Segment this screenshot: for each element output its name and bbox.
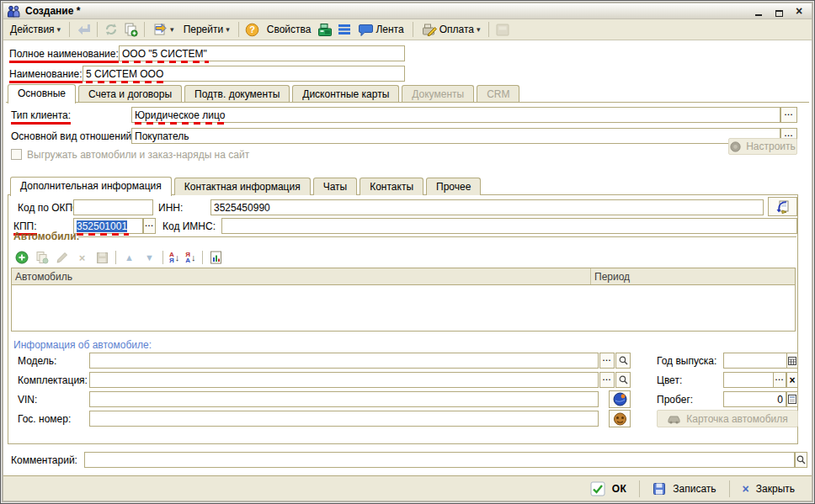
- cash-register-icon[interactable]: [317, 21, 333, 38]
- calculator-icon: [788, 395, 796, 404]
- disabled-tool-icon: [494, 21, 511, 38]
- import-icon: [75, 21, 92, 38]
- save-floppy-icon: [653, 482, 666, 496]
- payment-button[interactable]: Оплата ▾: [418, 21, 484, 38]
- tab-main[interactable]: Основные: [8, 84, 76, 103]
- relation-kind-label: Основной вид отношений:: [11, 130, 135, 142]
- full-name-field[interactable]: ООО "5 СИСТЕМ": [119, 45, 405, 61]
- maximize-button[interactable]: [773, 6, 785, 17]
- year-field[interactable]: [723, 353, 787, 369]
- color-select-button[interactable]: ...: [773, 372, 786, 388]
- cars-toolbar-separator: [202, 251, 203, 264]
- name-field[interactable]: 5 СИСТЕМ ООО: [83, 66, 405, 82]
- color-clear-button[interactable]: ×: [786, 372, 798, 388]
- plate-field[interactable]: [89, 411, 599, 427]
- feed-button[interactable]: Лента: [355, 22, 407, 38]
- tab-discount-cards[interactable]: Дисконтные карты: [292, 85, 399, 103]
- tab-accounts-contracts[interactable]: Счета и договоры: [78, 85, 182, 103]
- color-label: Цвет:: [657, 374, 682, 386]
- tab-crm: CRM: [477, 85, 519, 103]
- mileage-calculator-button[interactable]: [786, 391, 798, 407]
- go-to-object-button[interactable]: ▾: [150, 21, 178, 38]
- toolbar-separator: [69, 22, 70, 37]
- forward-arrow-icon: [153, 23, 168, 36]
- footer-bar: ОК Записать × Закрыть: [3, 475, 812, 501]
- search-icon: [619, 375, 628, 385]
- ok-button[interactable]: ОК: [585, 480, 632, 498]
- close-button[interactable]: ×: [793, 6, 805, 17]
- year-calendar-button[interactable]: [786, 353, 798, 369]
- client-type-label: Тип клиента:: [11, 109, 71, 125]
- footer-separator: [729, 480, 730, 497]
- car-icon: [667, 414, 681, 424]
- kpp-select-button[interactable]: ...: [143, 218, 156, 234]
- chevron-down-icon: ▾: [226, 25, 230, 34]
- year-label: Год выпуска:: [657, 355, 716, 367]
- list-icon[interactable]: [336, 21, 353, 38]
- inn-label: ИНН:: [158, 202, 183, 214]
- move-up-icon: ▲: [122, 251, 136, 265]
- report-icon[interactable]: [209, 251, 223, 265]
- create-client-window: Создание * × Действия ▾ ▾ Перейти: [0, 0, 815, 504]
- clients-people-icon: [7, 5, 20, 18]
- cars-table[interactable]: Автомобиль Период: [11, 268, 796, 332]
- vin-decode-button[interactable]: [609, 390, 631, 408]
- comment-field[interactable]: [84, 452, 795, 468]
- comment-search-button[interactable]: [795, 452, 807, 468]
- main-tab-strip: Основные Счета и договоры Подтв. докумен…: [8, 84, 522, 103]
- trim-field[interactable]: [89, 372, 599, 388]
- column-car[interactable]: Автомобиль: [12, 268, 591, 284]
- car-info-label: Информация об автомобиле:: [13, 339, 152, 351]
- mileage-field[interactable]: 0: [723, 391, 786, 407]
- model-search-button[interactable]: [615, 353, 631, 369]
- vin-label: VIN:: [18, 394, 37, 406]
- fill-by-inn-button[interactable]: [768, 197, 797, 216]
- comment-label: Комментарий:: [11, 454, 77, 466]
- mileage-label: Пробег:: [657, 394, 693, 406]
- imns-field[interactable]: [221, 218, 797, 234]
- move-down-icon: ▼: [142, 251, 157, 265]
- trim-search-button[interactable]: [615, 372, 631, 388]
- model-field[interactable]: [89, 353, 599, 369]
- sort-descending-icon[interactable]: ЯА ↓: [185, 252, 195, 263]
- okpo-field[interactable]: [73, 199, 153, 215]
- upload-cars-label: Выгружать автомобили и заказ-наряды на с…: [27, 149, 249, 161]
- close-window-button[interactable]: × Закрыть: [738, 481, 800, 496]
- cars-table-body[interactable]: [12, 285, 795, 331]
- tab-additional-info[interactable]: Дополнительная информация: [10, 177, 172, 196]
- column-period[interactable]: Период: [591, 268, 795, 284]
- footer-separator: [639, 480, 640, 497]
- chevron-down-icon: ▾: [477, 25, 481, 34]
- tab-contact-info[interactable]: Контактная информация: [174, 178, 311, 195]
- model-select-button[interactable]: ...: [599, 353, 615, 369]
- help-icon[interactable]: ?: [244, 21, 261, 38]
- tab-other[interactable]: Прочее: [426, 178, 481, 195]
- relation-kind-field[interactable]: Покупатель: [131, 128, 780, 144]
- tab-chats[interactable]: Чаты: [313, 178, 358, 195]
- cars-table-header: Автомобиль Период: [12, 268, 795, 285]
- kpp-field[interactable]: 352501001: [73, 218, 143, 234]
- plate-lookup-button[interactable]: [609, 410, 631, 427]
- vin-field[interactable]: [89, 391, 599, 407]
- fill-from-document-icon: [775, 199, 791, 214]
- sort-ascending-icon[interactable]: АЯ ↓: [169, 252, 179, 263]
- speech-bubble-icon: [359, 24, 373, 36]
- actions-button[interactable]: Действия ▾: [7, 22, 64, 37]
- inn-field[interactable]: 3525450990: [210, 199, 764, 215]
- cars-group-line: [78, 236, 796, 237]
- add-row-icon[interactable]: [14, 251, 29, 265]
- client-type-field[interactable]: Юридическое лицо: [131, 107, 780, 123]
- minimize-button[interactable]: [753, 6, 764, 17]
- goto-button[interactable]: Перейти ▾: [180, 22, 233, 37]
- toolbar-separator: [238, 22, 239, 37]
- client-type-select-button[interactable]: ...: [780, 107, 797, 123]
- cars-group-label: Автомобили:: [13, 231, 80, 242]
- properties-button[interactable]: Свойства: [264, 22, 315, 37]
- tab-confirm-documents[interactable]: Подтв. документы: [184, 85, 290, 103]
- save-button[interactable]: Записать: [647, 480, 721, 497]
- trim-select-button[interactable]: ...: [599, 372, 615, 388]
- tab-contacts[interactable]: Контакты: [360, 178, 423, 195]
- color-field[interactable]: [723, 372, 774, 388]
- title-bar: Создание * ×: [3, 3, 812, 19]
- copy-add-icon[interactable]: [122, 21, 139, 38]
